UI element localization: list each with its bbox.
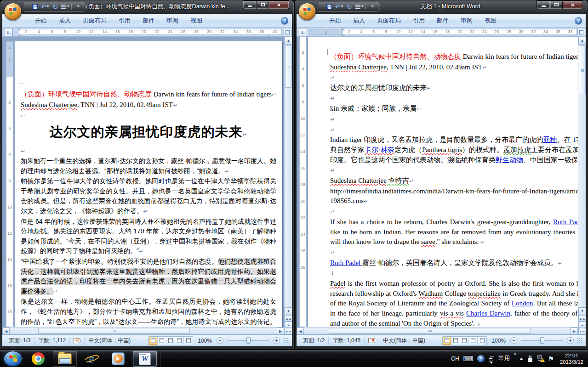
hanging-indent-marker[interactable]	[341, 32, 345, 36]
web-layout-view-button[interactable]	[460, 337, 469, 345]
language-bar[interactable]: CH	[451, 356, 459, 362]
zoom-in-button[interactable]: +	[273, 337, 280, 344]
zoom-out-button[interactable]: –	[217, 337, 223, 344]
resize-grip[interactable]	[577, 338, 583, 344]
ime-help-icon[interactable]: ?	[477, 355, 485, 362]
spellcheck-status[interactable]	[365, 337, 379, 345]
browse-previous-button[interactable]: ▲▲	[578, 315, 586, 322]
repeat-button[interactable]: ↻	[345, 3, 354, 11]
save-button[interactable]	[31, 3, 39, 11]
taskbar-explorer-button[interactable]	[53, 351, 77, 367]
tab-view[interactable]: 视图	[184, 14, 208, 27]
action-center-flag-icon[interactable]: ⚑	[548, 355, 554, 362]
tab-mailings[interactable]: 邮件	[137, 14, 160, 27]
scroll-up-button[interactable]: ▲	[578, 37, 586, 45]
tab-review[interactable]: 审阅	[160, 14, 184, 27]
document-page[interactable]: （负面）环境气候中国对待自然、动物态度 Darwin kin fears for…	[15, 41, 282, 327]
vertical-scrollbar[interactable]: ▲ ▼ ▲▲ ● ▼▼	[284, 37, 292, 334]
tab-page-layout[interactable]: 页面布局	[371, 14, 407, 27]
scroll-down-button[interactable]: ▼	[578, 307, 586, 315]
scroll-right-button[interactable]: ▶	[571, 327, 578, 334]
taskbar-wmp-button[interactable]: ▶	[106, 351, 130, 367]
zoom-out-button[interactable]: –	[510, 337, 517, 344]
horizontal-scrollbar[interactable]: ◀ ▶	[297, 327, 578, 334]
scroll-right-button[interactable]: ▶	[277, 327, 284, 334]
tab-mailings[interactable]: 邮件	[431, 14, 455, 27]
document-page[interactable]: （负面）环境气候中国对待自然、动物态度 Darwin kin fears for…	[308, 37, 586, 327]
draft-view-button[interactable]	[478, 337, 486, 345]
resize-grip[interactable]	[284, 338, 289, 344]
undo-button[interactable]: ↶	[41, 3, 49, 11]
close-button[interactable]: ×	[268, 0, 289, 9]
maximize-button[interactable]	[550, 0, 562, 9]
tab-home[interactable]: 开始	[29, 14, 53, 27]
help-button[interactable]: ?	[281, 17, 288, 24]
zoom-slider-thumb[interactable]	[540, 337, 544, 344]
undo-button[interactable]: ↶	[335, 3, 343, 11]
ime-mode-button[interactable]: 常用»	[498, 355, 515, 362]
outline-view-button[interactable]	[175, 337, 184, 345]
page-indicator[interactable]: 页面: 1/3	[5, 337, 34, 345]
hyperlink[interactable]: 卡尔·林奈	[365, 146, 394, 153]
outline-view-button[interactable]	[469, 337, 478, 345]
horizontal-scrollbar[interactable]: ◀ ▶	[2, 327, 284, 334]
print-layout-view-button[interactable]	[443, 337, 451, 345]
table-draw-button[interactable]	[355, 3, 364, 11]
print-layout-view-button[interactable]	[149, 337, 158, 345]
scroll-up-button[interactable]: ▲	[285, 37, 292, 45]
zoom-slider[interactable]	[521, 340, 563, 341]
select-browse-object-button[interactable]: ●	[285, 322, 292, 328]
language-indicator[interactable]: 中文(简体，中国)	[85, 337, 134, 345]
right-indent-marker[interactable]	[267, 32, 271, 36]
tab-view[interactable]: 视图	[479, 14, 502, 27]
scrollbar-thumb[interactable]	[285, 45, 292, 88]
keyboard-icon[interactable]: ⌨	[463, 355, 474, 363]
zoom-in-button[interactable]: +	[567, 337, 574, 344]
scroll-left-button[interactable]: ◀	[2, 327, 10, 334]
maximize-button[interactable]	[256, 0, 268, 9]
save-button[interactable]	[325, 3, 333, 11]
zoom-level[interactable]: 100%	[195, 338, 215, 344]
tab-insert[interactable]: 插入	[53, 14, 77, 27]
browse-next-button[interactable]: ▼▼	[285, 328, 292, 334]
browse-next-button[interactable]: ▼▼	[578, 328, 586, 334]
word-count[interactable]: 字数: 1,112	[34, 337, 70, 345]
repeat-button[interactable]: ↻	[51, 3, 59, 11]
web-layout-view-button[interactable]	[166, 337, 175, 345]
help-button[interactable]: ?	[575, 17, 582, 24]
full-screen-reading-view-button[interactable]	[158, 337, 166, 345]
power-plug-icon[interactable]	[527, 356, 533, 362]
view-ruler-toggle-button[interactable]	[577, 28, 585, 36]
zoom-slider-thumb[interactable]	[246, 337, 251, 344]
tab-references[interactable]: 引用	[113, 14, 137, 27]
hyperlink[interactable]: London	[512, 299, 533, 307]
vertical-scrollbar[interactable]: ▲ ▼ ▲▲ ● ▼▼	[578, 37, 586, 334]
word-count[interactable]: 字数: 1,045	[329, 337, 365, 345]
draft-view-button[interactable]	[184, 337, 193, 345]
hyperlink[interactable]: Ruth Padel	[330, 259, 362, 266]
browse-previous-button[interactable]: ▲▲	[285, 315, 292, 322]
scroll-left-button[interactable]: ◀	[297, 327, 304, 334]
tab-review[interactable]: 审阅	[455, 14, 479, 27]
scrollbar-thumb[interactable]	[329, 328, 531, 334]
scroll-down-button[interactable]: ▼	[285, 307, 292, 315]
spellcheck-status[interactable]	[70, 337, 85, 345]
hyperlink[interactable]: 野生动物	[496, 156, 523, 164]
tab-page-layout[interactable]: 页面布局	[77, 14, 113, 27]
ime-restore-icon[interactable]	[489, 356, 494, 361]
taskbar-ie-button[interactable]: e	[80, 351, 103, 367]
table-draw-button[interactable]	[61, 3, 69, 11]
zoom-slider[interactable]	[227, 340, 269, 341]
hyperlink[interactable]: Charles Darwin	[466, 310, 510, 317]
page-indicator[interactable]: 页面: 1/2	[299, 337, 329, 345]
hanging-indent-marker[interactable]	[17, 32, 21, 36]
tab-references[interactable]: 引用	[407, 14, 431, 27]
select-browse-object-button[interactable]: ●	[578, 322, 586, 328]
hyperlink[interactable]: 亚种	[543, 136, 557, 143]
office-button[interactable]	[298, 3, 316, 20]
clock[interactable]: 22:01 2013/3/12	[558, 352, 583, 365]
minimize-button[interactable]	[243, 0, 256, 9]
show-hidden-icons-button[interactable]	[519, 356, 523, 360]
scrollbar-thumb[interactable]	[38, 328, 190, 334]
taskbar-chrome-button[interactable]	[26, 351, 50, 367]
